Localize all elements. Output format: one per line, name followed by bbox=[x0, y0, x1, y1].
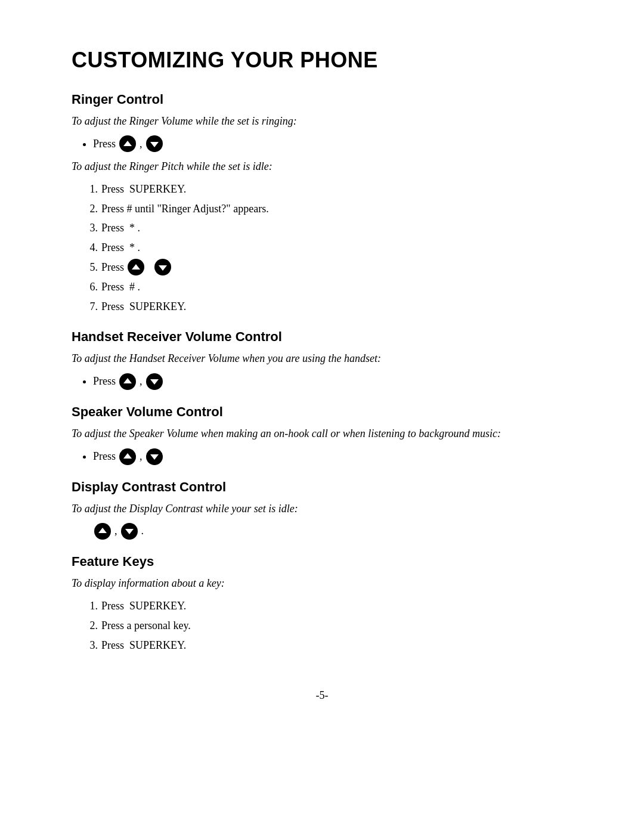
list-item: 7.Press SUPERKEY. bbox=[83, 298, 572, 315]
section-ringer-control: Ringer Control To adjust the Ringer Volu… bbox=[72, 92, 572, 315]
speaker-volume-intro: To adjust the Speaker Volume when making… bbox=[72, 426, 572, 442]
period: . bbox=[141, 525, 144, 537]
down-arrow-icon bbox=[121, 523, 138, 540]
ringer-volume-intro: To adjust the Ringer Volume while the se… bbox=[72, 113, 572, 129]
speaker-volume-list: Press , bbox=[93, 448, 572, 465]
list-item: 3.Press SUPERKEY. bbox=[83, 637, 572, 654]
up-arrow-icon bbox=[128, 259, 144, 275]
up-arrow-icon bbox=[94, 523, 111, 540]
up-down-icons: , bbox=[118, 448, 164, 465]
list-item: 2.Press a personal key. bbox=[83, 617, 572, 634]
section-heading-speaker-volume: Speaker Volume Control bbox=[72, 404, 572, 420]
page-number: -5- bbox=[72, 689, 572, 702]
section-heading-feature-keys: Feature Keys bbox=[72, 554, 572, 569]
display-contrast-icons: ,. bbox=[93, 523, 572, 540]
down-arrow-icon bbox=[146, 373, 163, 390]
display-contrast-intro: To adjust the Display Contrast while you… bbox=[72, 501, 572, 517]
ringer-pitch-intro: To adjust the Ringer Pitch while the set… bbox=[72, 159, 572, 175]
section-display-contrast: Display Contrast Control To adjust the D… bbox=[72, 479, 572, 540]
up-down-icons: , bbox=[118, 135, 164, 153]
press-line: Press bbox=[101, 259, 172, 276]
press-label: Press bbox=[101, 259, 124, 276]
up-arrow-icon bbox=[119, 448, 136, 465]
section-feature-keys: Feature Keys To display information abou… bbox=[72, 554, 572, 654]
press-line: Press , bbox=[93, 448, 572, 465]
page-title: CUSTOMIZING YOUR PHONE bbox=[72, 48, 572, 73]
ringer-volume-list: Press , bbox=[93, 135, 572, 153]
press-label: Press bbox=[93, 135, 116, 153]
list-item: 4.Press * . bbox=[83, 239, 572, 256]
section-heading-ringer-control: Ringer Control bbox=[72, 92, 572, 107]
feature-keys-intro: To display information about a key: bbox=[72, 575, 572, 592]
list-item: Press , bbox=[93, 135, 572, 153]
feature-keys-list: 1.Press SUPERKEY. 2.Press a personal key… bbox=[83, 597, 572, 654]
down-arrow-icon bbox=[146, 135, 163, 152]
handset-receiver-intro: To adjust the Handset Receiver Volume wh… bbox=[72, 351, 572, 367]
press-label: Press bbox=[93, 448, 116, 465]
press-line: Press , bbox=[93, 373, 572, 390]
section-heading-handset-receiver: Handset Receiver Volume Control bbox=[72, 329, 572, 345]
down-arrow-icon bbox=[146, 448, 163, 465]
ringer-pitch-list: 1.Press SUPERKEY. 2.Press # until "Ringe… bbox=[83, 181, 572, 315]
section-speaker-volume: Speaker Volume Control To adjust the Spe… bbox=[72, 404, 572, 465]
down-arrow-icon bbox=[154, 259, 171, 275]
list-item: 1.Press SUPERKEY. bbox=[83, 181, 572, 198]
list-item: Press , bbox=[93, 373, 572, 390]
up-arrow-icon bbox=[119, 373, 136, 390]
press-label: Press bbox=[93, 373, 116, 390]
up-down-icons: , bbox=[118, 373, 164, 390]
section-handset-receiver: Handset Receiver Volume Control To adjus… bbox=[72, 329, 572, 390]
list-item: 2.Press # until "Ringer Adjust?" appears… bbox=[83, 200, 572, 218]
list-item: 1.Press SUPERKEY. bbox=[83, 597, 572, 615]
list-item: 3.Press * . bbox=[83, 219, 572, 237]
press-line: Press , bbox=[93, 135, 572, 153]
section-heading-display-contrast: Display Contrast Control bbox=[72, 479, 572, 495]
up-arrow-icon bbox=[119, 135, 136, 152]
up-down-icons bbox=[126, 259, 172, 276]
list-item: 5. Press bbox=[83, 259, 572, 276]
list-item: Press , bbox=[93, 448, 572, 465]
list-item: 6.Press # . bbox=[83, 278, 572, 296]
handset-receiver-list: Press , bbox=[93, 373, 572, 390]
